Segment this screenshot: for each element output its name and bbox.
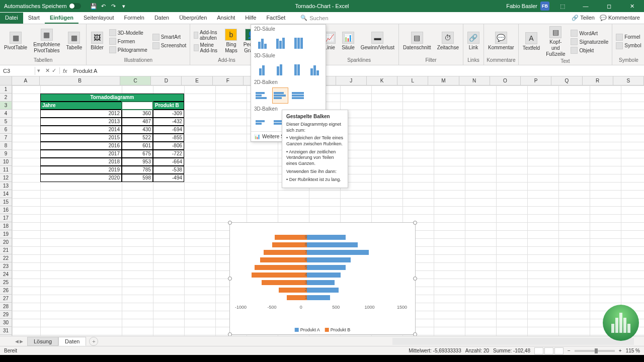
row-header-7[interactable]: 7 — [0, 134, 12, 142]
smartart-button[interactable]: SmartArt — [151, 33, 188, 41]
formula-input[interactable]: Produkt A — [70, 67, 644, 75]
col-header-Q[interactable]: Q — [551, 76, 582, 85]
tab-seitenlayout[interactable]: Seitenlayout — [78, 13, 119, 24]
chart-3d-clustered-column[interactable] — [254, 61, 270, 77]
col-header-B[interactable]: B — [40, 76, 120, 85]
row-header-15[interactable]: 15 — [0, 198, 12, 206]
cell-C5[interactable]: 487 — [122, 118, 153, 126]
piktogramme-button[interactable]: Piktogramme — [108, 46, 149, 54]
wordart-button[interactable]: WordArt — [569, 29, 610, 37]
row-header-3[interactable]: 3 — [0, 102, 12, 110]
row-header-30[interactable]: 30 — [0, 319, 12, 327]
row-header-20[interactable]: 20 — [0, 238, 12, 246]
chart-3d-stacked-column[interactable] — [272, 61, 287, 77]
zoom-out-button[interactable]: − — [568, 348, 571, 353]
row-header-19[interactable]: 19 — [0, 230, 12, 238]
row-header-1[interactable]: 1 — [0, 85, 12, 94]
select-all-corner[interactable] — [0, 76, 12, 85]
row-header-2[interactable]: 2 — [0, 94, 12, 102]
formel-button[interactable]: Formel — [614, 33, 642, 41]
datenschnitt-button[interactable]: ▤Datenschnitt — [401, 31, 433, 52]
cell-C4[interactable]: 360 — [122, 110, 153, 118]
row-header-9[interactable]: 9 — [0, 150, 12, 158]
col-header-D[interactable]: D — [151, 76, 182, 85]
cell-B5[interactable]: 2013 — [40, 118, 122, 126]
formen-button[interactable]: Formen — [108, 37, 149, 45]
row-header-18[interactable]: 18 — [0, 222, 12, 230]
col-header-K[interactable]: K — [367, 76, 397, 85]
cell-D7[interactable]: -855 — [153, 134, 184, 142]
name-box[interactable]: C3 — [0, 67, 35, 75]
col-header-M[interactable]: M — [428, 76, 459, 85]
cancel-formula-icon[interactable]: ✕ — [45, 67, 50, 74]
row-header-31[interactable]: 31 — [0, 327, 12, 335]
view-normal-button[interactable] — [534, 347, 543, 354]
cell-D4[interactable]: -309 — [153, 110, 184, 118]
row-header-4[interactable]: 4 — [0, 110, 12, 118]
symbol-button[interactable]: Symbol — [614, 42, 642, 50]
row-header-16[interactable]: 16 — [0, 206, 12, 214]
kopfzeile-button[interactable]: ▤Kopf- und Fußzeile — [544, 25, 567, 58]
sheet-nav-next-icon[interactable]: ▶ — [20, 339, 23, 344]
cell-B10[interactable]: 2018 — [40, 158, 122, 166]
cell-D5[interactable]: -432 — [153, 118, 184, 126]
screenshot-button[interactable]: Screenshot — [151, 42, 188, 50]
row-header-11[interactable]: 11 — [0, 166, 12, 174]
tab-factset[interactable]: FactSet — [261, 13, 290, 24]
embedded-chart[interactable]: 987654321-1000-500050010001500 Produkt A… — [229, 222, 416, 335]
col-header-N[interactable]: N — [459, 76, 490, 85]
cell-C6[interactable]: 430 — [122, 126, 153, 134]
chart-3d-100-stacked-column[interactable] — [289, 61, 305, 77]
pivottable-button[interactable]: ▦PivotTable — [2, 31, 29, 52]
row-header-23[interactable]: 23 — [0, 262, 12, 270]
col-header-E[interactable]: E — [182, 76, 212, 85]
cell-C7[interactable]: 522 — [122, 134, 153, 142]
col-header-F[interactable]: F — [213, 76, 244, 85]
search-box[interactable]: 🔍 Suchen — [300, 15, 328, 21]
cell-C10[interactable]: 953 — [122, 158, 153, 166]
cell-D9[interactable]: -722 — [153, 150, 184, 158]
sparkline-saule-button[interactable]: 📊Säule — [340, 31, 357, 52]
redo-icon[interactable]: ↷ — [110, 3, 117, 10]
row-header-22[interactable]: 22 — [0, 254, 12, 262]
qat-more-icon[interactable]: ▾ — [120, 3, 127, 10]
row-header-28[interactable]: 28 — [0, 303, 12, 311]
col-header-L[interactable]: L — [397, 76, 428, 85]
chart-clustered-column[interactable] — [254, 34, 270, 50]
cell-D6[interactable]: -694 — [153, 126, 184, 134]
sheet-nav-prev-icon[interactable]: ◀ — [15, 339, 19, 344]
row-header-21[interactable]: 21 — [0, 246, 12, 254]
sheet-tab-daten[interactable]: Daten — [58, 337, 86, 346]
chart-3d-column[interactable] — [307, 61, 323, 77]
cell-D3[interactable]: Produkt B — [153, 102, 184, 110]
tab-ueberpruefen[interactable]: Überprüfen — [174, 13, 212, 24]
cell-B7[interactable]: 2015 — [40, 134, 122, 142]
sparkline-gewinn-button[interactable]: ▬Gewinn/Verlust — [359, 31, 396, 52]
bilder-button[interactable]: 🖼Bilder — [89, 31, 106, 52]
row-header-13[interactable]: 13 — [0, 182, 12, 190]
col-header-A[interactable]: A — [12, 76, 40, 85]
cell-B12[interactable]: 2020 — [40, 174, 122, 182]
textfeld-button[interactable]: ATextfeld — [521, 31, 542, 52]
cell-B9[interactable]: 2017 — [40, 150, 122, 158]
meine-addins-button[interactable]: Meine Add-Ins — [192, 42, 221, 54]
cell-D12[interactable]: -494 — [153, 174, 184, 182]
chart-stacked-column[interactable] — [272, 34, 288, 50]
close-icon[interactable]: ✕ — [622, 0, 642, 12]
tab-file[interactable]: Datei — [0, 13, 23, 24]
col-header-P[interactable]: P — [521, 76, 551, 85]
cell-B11[interactable]: 2019 — [40, 166, 122, 174]
cell-C11[interactable]: 785 — [122, 166, 153, 174]
chart-100-stacked-column[interactable] — [290, 34, 306, 50]
objekt-button[interactable]: Objekt — [569, 46, 610, 54]
chart-3d-clustered-bar[interactable] — [254, 114, 270, 130]
cell-B3[interactable]: Jahre — [40, 102, 122, 110]
tab-einfuegen[interactable]: Einfügen — [45, 13, 78, 24]
row-header-24[interactable]: 24 — [0, 270, 12, 279]
zoom-in-button[interactable]: + — [619, 348, 622, 353]
zeitachse-button[interactable]: ⏱Zeitachse — [435, 31, 461, 52]
zoom-level[interactable]: 115 % — [626, 348, 640, 353]
signatur-button[interactable]: Signaturzeile — [569, 38, 610, 46]
user-name[interactable]: Fabio Basler — [506, 3, 537, 9]
add-sheet-button[interactable]: + — [89, 337, 98, 346]
